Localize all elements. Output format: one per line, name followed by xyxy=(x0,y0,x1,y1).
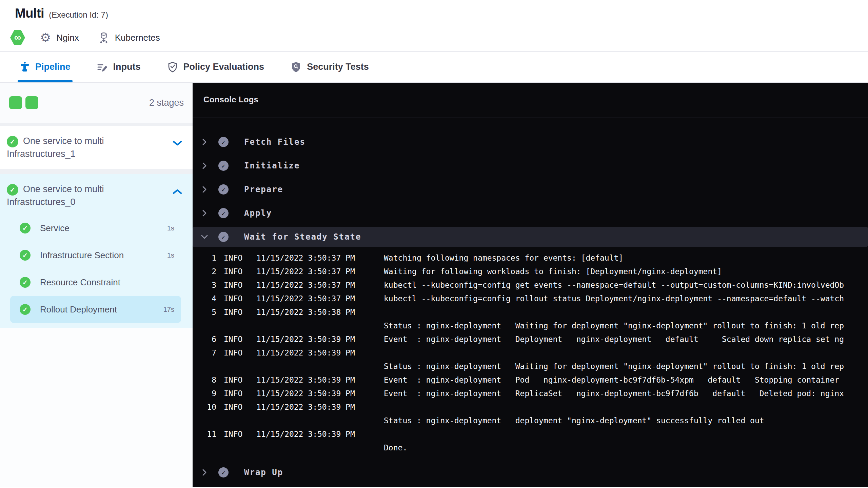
tab-pipeline[interactable]: Pipeline xyxy=(20,52,71,82)
step-success-icon: ✓ xyxy=(218,208,229,218)
execution-id: (Execution Id: 7) xyxy=(49,10,108,20)
chevron-right-icon xyxy=(201,186,208,193)
environment-name[interactable]: Kubernetes xyxy=(115,33,160,43)
substep-list: ✓ Service 1s ✓ Infrastructure Section 1s… xyxy=(7,215,184,323)
log-line: 3INFO11/15/2022 3:50:37 PMkubectl --kube… xyxy=(193,278,868,292)
success-check-icon: ✓ xyxy=(20,277,31,288)
chevron-right-icon xyxy=(201,209,208,217)
stages-summary: 2 stages xyxy=(0,83,193,123)
chevron-right-icon xyxy=(201,138,208,146)
console-step-prepare[interactable]: ✓ Prepare xyxy=(193,178,868,201)
substep-infrastructure-section[interactable]: ✓ Infrastructure Section 1s xyxy=(7,242,184,269)
log-line: Status : nginx-deployment Waiting for de… xyxy=(193,319,868,332)
tab-security-tests[interactable]: Security Tests xyxy=(291,52,369,82)
log-line: Status : nginx-deployment deployment "ng… xyxy=(193,414,868,427)
log-line: 9INFO11/15/2022 3:50:39 PMEvent : nginx-… xyxy=(193,387,868,400)
service-gear-icon: ⚙ xyxy=(40,32,51,44)
step-success-icon: ✓ xyxy=(218,137,229,147)
stage-status-square xyxy=(25,96,38,109)
substep-resource-constraint[interactable]: ✓ Resource Constraint xyxy=(7,269,184,296)
duration: 1s xyxy=(167,251,174,259)
console-step-wait-for-steady-state[interactable]: ✓ Wait for Steady State xyxy=(193,227,868,247)
tab-inputs[interactable]: Inputs xyxy=(97,52,141,82)
stage-status-square xyxy=(9,96,22,109)
success-check-icon: ✓ xyxy=(7,184,18,196)
success-check-icon: ✓ xyxy=(20,250,31,261)
success-check-icon: ✓ xyxy=(7,136,18,147)
log-line: 7INFO11/15/2022 3:50:39 PM xyxy=(193,346,868,360)
tab-policy-evaluations[interactable]: Policy Evaluations xyxy=(167,52,264,82)
log-line: 8INFO11/15/2022 3:50:39 PMEvent : nginx-… xyxy=(193,373,868,387)
chevron-down-icon[interactable] xyxy=(172,140,182,148)
console-step-apply[interactable]: ✓ Apply xyxy=(193,201,868,225)
inputs-icon xyxy=(97,62,108,73)
log-line: 10INFO11/15/2022 3:50:39 PM xyxy=(193,400,868,414)
log-line: Status : nginx-deployment Waiting for de… xyxy=(193,360,868,373)
stage-item-infrastructures-0[interactable]: ✓One service to multi Infrastructures_0 … xyxy=(0,174,193,328)
log-line: 1INFO11/15/2022 3:50:37 PMWatching follo… xyxy=(193,251,868,265)
console-logs-title: Console Logs xyxy=(203,95,258,104)
duration: 1s xyxy=(167,224,174,232)
log-line: 2INFO11/15/2022 3:50:37 PMWaiting for fo… xyxy=(193,265,868,278)
execution-tabs: Pipeline Inputs Policy Evaluations Secur… xyxy=(0,52,868,82)
console-step-initialize[interactable]: ✓ Initialize xyxy=(193,154,868,178)
service-name[interactable]: Nginx xyxy=(56,33,79,43)
step-success-icon: ✓ xyxy=(218,184,229,195)
step-success-icon: ✓ xyxy=(218,161,229,171)
console-logs-panel: Console Logs ✓ Fetch Files ✓ Initialize … xyxy=(193,83,868,487)
sidebar-empty-area xyxy=(0,328,193,487)
tab-label: Pipeline xyxy=(35,62,71,72)
chevron-right-icon xyxy=(201,162,208,169)
execution-header: Multi (Execution Id: 7) ∞ ⚙ Nginx Kubern… xyxy=(0,0,868,52)
stage-label: ✓One service to multi Infrastructures_1 xyxy=(7,135,184,160)
console-step-wrap-up[interactable]: ✓ Wrap Up xyxy=(193,461,868,484)
duration: 17s xyxy=(163,306,174,313)
success-check-icon: ✓ xyxy=(20,223,31,233)
chevron-right-icon xyxy=(201,469,208,476)
log-line: 11INFO11/15/2022 3:50:39 PM xyxy=(193,427,868,441)
step-success-icon: ✓ xyxy=(218,467,229,477)
log-line: Done. xyxy=(193,441,868,454)
security-shield-icon xyxy=(291,61,301,73)
environment-icon xyxy=(98,32,110,43)
success-check-icon: ✓ xyxy=(20,304,31,315)
log-line: 4INFO11/15/2022 3:50:37 PMkubectl --kube… xyxy=(193,292,868,305)
tab-label: Policy Evaluations xyxy=(183,62,264,72)
substep-rollout-deployment[interactable]: ✓ Rollout Deployment 17s xyxy=(10,296,181,323)
stage-item-infrastructures-1[interactable]: ✓One service to multi Infrastructures_1 xyxy=(0,126,193,169)
log-line: 5INFO11/15/2022 3:50:38 PM xyxy=(193,305,868,319)
tab-label: Inputs xyxy=(113,62,141,72)
page-title: Multi xyxy=(15,6,44,21)
log-output: 1INFO11/15/2022 3:50:37 PMWatching follo… xyxy=(193,251,868,454)
cd-module-icon: ∞ xyxy=(10,29,25,46)
stage-label: ✓One service to multi Infrastructures_0 xyxy=(7,183,184,208)
chevron-up-icon[interactable] xyxy=(172,188,182,196)
log-line: 6INFO11/15/2022 3:50:39 PMEvent : nginx-… xyxy=(193,332,868,346)
policy-shield-icon xyxy=(167,61,178,73)
stages-sidebar: 2 stages ✓One service to multi Infrastru… xyxy=(0,83,193,487)
active-tab-underline xyxy=(18,80,73,82)
pipeline-icon xyxy=(20,62,30,73)
tab-label: Security Tests xyxy=(307,62,369,72)
console-step-fetch-files[interactable]: ✓ Fetch Files xyxy=(193,130,868,154)
step-success-icon: ✓ xyxy=(218,232,229,242)
chevron-down-icon xyxy=(201,235,208,239)
stage-count: 2 stages xyxy=(149,98,184,108)
substep-service[interactable]: ✓ Service 1s xyxy=(7,215,184,242)
